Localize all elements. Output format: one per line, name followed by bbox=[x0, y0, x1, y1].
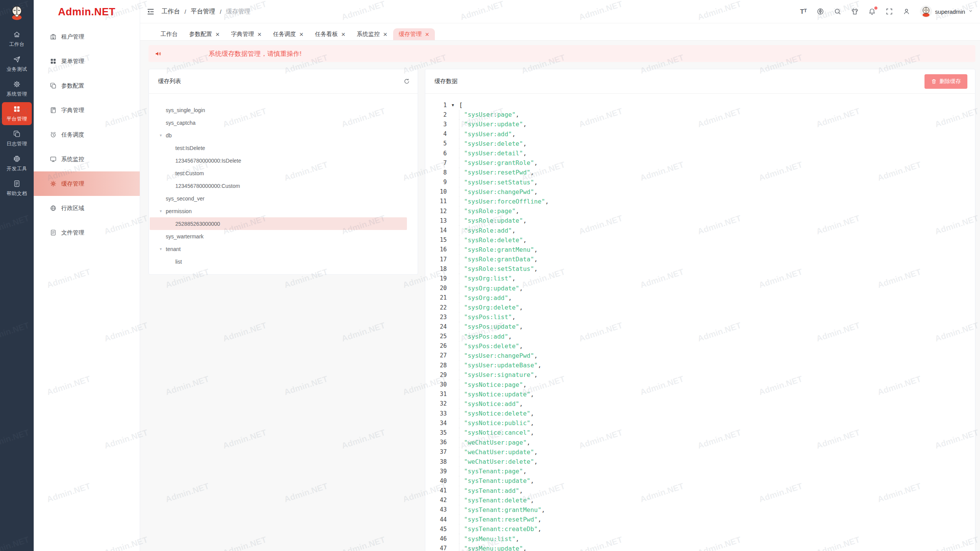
tree-node[interactable]: test:IsDelete bbox=[150, 142, 407, 154]
sidebar-item[interactable]: 参数配置 bbox=[34, 73, 140, 98]
sidebar-item-label: 字典管理 bbox=[61, 107, 84, 114]
sidebar-item[interactable]: 租户管理 bbox=[34, 24, 140, 49]
tab-label: 缓存管理 bbox=[399, 31, 422, 38]
rail-item-copy[interactable]: 日志管理 bbox=[2, 127, 32, 150]
rail-item-label: 业务测试 bbox=[2, 66, 32, 73]
breadcrumb-item[interactable]: 缓存管理 bbox=[226, 8, 250, 16]
gear-icon bbox=[13, 83, 21, 89]
cache-list-panel: 缓存列表 sys_single_loginsys_captcha▼dbtest:… bbox=[149, 69, 418, 275]
code-line: 6"sysUser:detail", bbox=[425, 148, 975, 158]
tab-item[interactable]: 缓存管理× bbox=[393, 28, 435, 40]
sidebar-item[interactable]: 任务调度 bbox=[34, 122, 140, 147]
content: 系统缓存数据管理，请慎重操作! 缓存列表 sys_single_loginsys… bbox=[140, 40, 980, 551]
grid-icon bbox=[13, 108, 21, 114]
sidebar-item[interactable]: 行政区域 bbox=[34, 196, 140, 220]
code-line: 8"sysUser:resetPwd", bbox=[425, 168, 975, 177]
sidebar-item[interactable]: 缓存管理 bbox=[34, 171, 140, 196]
breadcrumb: 工作台/平台管理/缓存管理 bbox=[162, 8, 250, 16]
tree-node-label: sys_wartermark bbox=[166, 233, 204, 240]
rail-item-doc[interactable]: 帮助文档 bbox=[2, 177, 32, 200]
tab-item[interactable]: 工作台 bbox=[155, 28, 183, 40]
tree-node[interactable]: ▼db bbox=[150, 129, 407, 142]
user-icon[interactable] bbox=[903, 8, 910, 15]
fullscreen-icon[interactable] bbox=[885, 8, 893, 15]
code-line: 22"sysOrg:delete", bbox=[425, 303, 975, 312]
tree-node[interactable]: 123456780000000:Custom bbox=[150, 179, 407, 192]
tree-node[interactable]: 252885263000000 bbox=[150, 217, 407, 230]
line-number: 1 bbox=[425, 100, 447, 110]
tab-close-icon[interactable]: × bbox=[383, 31, 387, 38]
breadcrumb-item[interactable]: 工作台 bbox=[162, 8, 180, 16]
tab-item[interactable]: 字典管理× bbox=[225, 28, 268, 40]
monitor-icon bbox=[50, 156, 57, 163]
tree-expand-icon[interactable]: ▼ bbox=[156, 134, 166, 137]
tab-item[interactable]: 任务调度× bbox=[267, 28, 309, 40]
sidebar-item[interactable]: 系统监控 bbox=[34, 147, 140, 171]
code-line: 31"sysNotice:update", bbox=[425, 390, 975, 399]
tree-node[interactable]: test:Custom bbox=[150, 167, 407, 179]
line-number: 37 bbox=[425, 447, 447, 457]
tab-item[interactable]: 系统监控× bbox=[351, 28, 393, 40]
tab-close-icon[interactable]: × bbox=[299, 31, 304, 38]
tab-close-icon[interactable]: × bbox=[216, 31, 220, 38]
code-line: 3"sysUser:update", bbox=[425, 119, 975, 129]
tree-node[interactable]: sys_single_login bbox=[150, 104, 407, 116]
tree-node[interactable]: 123456780000000:IsDelete bbox=[150, 154, 407, 167]
tree-expand-icon[interactable]: ▼ bbox=[156, 209, 166, 213]
code-line: 14"sysRole:add", bbox=[425, 225, 975, 235]
line-number: 40 bbox=[425, 476, 447, 486]
tree-node[interactable]: ▼tenant bbox=[150, 243, 407, 255]
sidebar-item[interactable]: 字典管理 bbox=[34, 98, 140, 122]
code-line: 5"sysUser:delete", bbox=[425, 139, 975, 148]
tree-expand-icon[interactable]: ▼ bbox=[156, 247, 166, 251]
delete-cache-label: 删除缓存 bbox=[939, 78, 961, 85]
theme-shirt-icon[interactable] bbox=[851, 8, 859, 15]
search-icon[interactable] bbox=[834, 8, 841, 15]
sidebar-item-label: 租户管理 bbox=[61, 33, 84, 41]
code-line: 29"sysUser:signature", bbox=[425, 370, 975, 380]
delete-cache-button[interactable]: 删除缓存 bbox=[924, 74, 967, 89]
tree-node[interactable]: sys_captcha bbox=[150, 116, 407, 129]
tree-node[interactable]: sys_wartermark bbox=[150, 230, 407, 243]
menu-fold-icon[interactable] bbox=[147, 8, 155, 16]
line-number: 24 bbox=[425, 322, 447, 331]
code-line: 17"sysRole:grantData", bbox=[425, 254, 975, 264]
line-number: 47 bbox=[425, 544, 447, 551]
app-logo-mascot-icon[interactable] bbox=[8, 4, 26, 21]
tree-node[interactable]: sys_second_ver bbox=[150, 192, 407, 205]
rail-item-grid[interactable]: 平台管理 bbox=[2, 102, 32, 125]
code-line: 40"sysTenant:update", bbox=[425, 476, 975, 486]
header-actions: TT sup bbox=[800, 5, 973, 18]
line-number: 43 bbox=[425, 505, 447, 515]
tree-node[interactable]: list bbox=[150, 255, 407, 268]
breadcrumb-item[interactable]: 平台管理 bbox=[191, 8, 215, 16]
fold-arrow-icon[interactable]: ▼ bbox=[447, 100, 459, 110]
sidebar-item[interactable]: 文件管理 bbox=[34, 220, 140, 245]
code-line: 4"sysUser:add", bbox=[425, 129, 975, 139]
tab-close-icon[interactable]: × bbox=[258, 31, 262, 38]
user-menu[interactable]: superadmin bbox=[920, 5, 973, 18]
tree-node-label: test:Custom bbox=[175, 170, 204, 176]
rail-item-chip[interactable]: 开发工具 bbox=[2, 152, 32, 175]
tab-item[interactable]: 任务看板× bbox=[309, 28, 351, 40]
notification-bell-icon[interactable] bbox=[868, 8, 876, 15]
logo-text[interactable]: Admin.NET bbox=[34, 0, 140, 24]
line-number: 13 bbox=[425, 216, 447, 225]
json-code-viewer[interactable]: 1▼[2"sysUser:page",3"sysUser:update",4"s… bbox=[425, 94, 975, 551]
sidebar-item[interactable]: 菜单管理 bbox=[34, 49, 140, 73]
font-size-icon[interactable]: TT bbox=[800, 8, 807, 15]
refresh-icon[interactable] bbox=[403, 78, 410, 85]
tab-close-icon[interactable]: × bbox=[341, 31, 346, 38]
rail-item-home[interactable]: 工作台 bbox=[2, 28, 32, 51]
tree-node[interactable]: ▼permission bbox=[150, 205, 407, 217]
tab-close-icon[interactable]: × bbox=[425, 31, 430, 38]
doc-icon bbox=[13, 182, 21, 189]
code-line: 47"sysMenu:update", bbox=[425, 544, 975, 551]
rail-item-label: 平台管理 bbox=[2, 116, 32, 122]
tab-item[interactable]: 参数配置× bbox=[183, 28, 225, 40]
rail-item-gear[interactable]: 系统管理 bbox=[2, 77, 32, 100]
rail-item-plane[interactable]: 业务测试 bbox=[2, 52, 32, 75]
language-icon[interactable] bbox=[817, 8, 824, 15]
line-number: 25 bbox=[425, 332, 447, 341]
grid-icon bbox=[50, 58, 57, 65]
